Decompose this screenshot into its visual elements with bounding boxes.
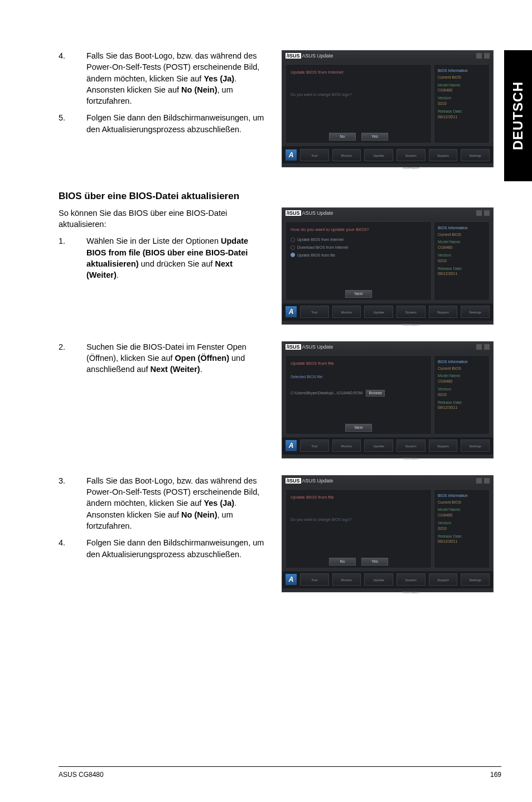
minimize-icon[interactable]: [476, 344, 482, 350]
text: und drücken Sie auf: [139, 259, 215, 268]
close-icon[interactable]: [484, 344, 490, 350]
footer-update[interactable]: Update: [364, 439, 393, 452]
footer-sysinfo[interactable]: System Information: [396, 306, 425, 318]
model-value: CG8480: [438, 513, 486, 518]
step-body: Wählen Sie in der Liste der Optionen Upd…: [86, 235, 265, 281]
model-value: CG8480: [438, 245, 486, 250]
window-controls: [476, 344, 490, 350]
date-label: Release Date:: [438, 266, 486, 272]
footer-support[interactable]: Support: [429, 439, 458, 452]
footer-update[interactable]: Update: [364, 149, 393, 161]
step-body: Falls Sie das Boot-Logo, bzw. das währen…: [86, 50, 265, 107]
footer-sysinfo[interactable]: System Information: [396, 149, 425, 161]
step-num: 5.: [59, 112, 70, 135]
window-title: /ISUS ASUS Update: [286, 344, 333, 351]
version-value: 0210: [438, 392, 486, 398]
bold: Yes (Ja): [204, 499, 234, 508]
pane-header: How do you want to update your BIOS?: [291, 226, 427, 233]
bold: No (Nein): [181, 510, 217, 519]
footer-settings[interactable]: Settings: [461, 439, 490, 452]
main-pane: Update BIOS from Internet Do you want to…: [286, 64, 432, 143]
minimize-icon[interactable]: [476, 210, 482, 216]
yes-button[interactable]: Yes: [361, 133, 388, 141]
close-icon[interactable]: [484, 210, 490, 216]
footer-tool[interactable]: Tool: [300, 149, 329, 161]
footer-sysinfo[interactable]: System Information: [396, 573, 425, 586]
version-value: 0210: [438, 101, 486, 107]
block-a-text: 4. Falls Sie das Boot-Logo, bzw. das wäh…: [59, 50, 265, 141]
next-button[interactable]: Next: [345, 424, 372, 432]
info-current: Current BIOS: [438, 366, 486, 371]
no-button[interactable]: No: [329, 133, 356, 141]
date-value: 08/12/2011: [438, 539, 486, 544]
footer-monitor[interactable]: Monitor: [332, 306, 361, 318]
version-label: Version:: [438, 95, 486, 101]
no-button[interactable]: No: [329, 558, 356, 566]
footer-bar: A Tool Monitor Update System Information…: [282, 303, 493, 321]
date-label: Release Date:: [438, 400, 486, 405]
footer-bar: A Tool Monitor Update System Information…: [282, 437, 493, 455]
step-3: 3. Falls Sie das Boot-Logo, bzw. das wäh…: [59, 475, 265, 532]
info-header: BIOS Information: [438, 225, 486, 231]
footer-update[interactable]: Update: [364, 306, 393, 318]
bold: Yes (Ja): [204, 74, 234, 83]
version-label: Version:: [438, 520, 486, 526]
pane-body: Do you want to change BIOS logo?: [291, 92, 427, 98]
step-2: 2. Suchen Sie die BIOS-Datei im Fenster …: [59, 341, 265, 375]
footer-monitor[interactable]: Monitor: [332, 573, 361, 586]
next-button[interactable]: Next: [345, 290, 372, 298]
footer-support[interactable]: Support: [429, 149, 458, 161]
footer-bar: A Tool Monitor Update System Information…: [282, 146, 493, 163]
footer-tool[interactable]: Tool: [300, 439, 329, 452]
close-icon[interactable]: [484, 478, 490, 484]
block-a-image: /ISUS ASUS Update Update BIOS from Inter…: [282, 50, 501, 167]
info-current: Current BIOS: [438, 500, 486, 505]
minimize-icon[interactable]: [476, 53, 482, 59]
opt-file[interactable]: Update BIOS from file: [291, 253, 427, 258]
browse-button[interactable]: Browse: [366, 390, 385, 397]
model-value: CG8480: [438, 379, 486, 384]
version-label: Version:: [438, 253, 486, 258]
block-d-image: /ISUS ASUS Update Update BIOS from file …: [282, 475, 501, 592]
footer-sysinfo[interactable]: System Information: [396, 439, 425, 452]
footer-monitor[interactable]: Monitor: [332, 149, 361, 161]
step-num: 2.: [59, 341, 70, 375]
opt-internet[interactable]: Update BIOS from Internet: [291, 237, 427, 243]
footer-support[interactable]: Support: [429, 573, 458, 586]
footer-tool[interactable]: Tool: [300, 306, 329, 318]
nav-buttons: No Yes: [329, 558, 388, 566]
info-header: BIOS Information: [438, 493, 486, 499]
block-b-text: So können Sie das BIOS über eine BIOS-Da…: [59, 207, 265, 287]
minimize-icon[interactable]: [476, 478, 482, 484]
window-controls: [476, 210, 490, 216]
info-current: Current BIOS: [438, 232, 486, 238]
date-value: 08/12/2011: [438, 271, 486, 277]
footer-update[interactable]: Update: [364, 573, 393, 586]
pane-header: Update BIOS from file: [291, 494, 427, 500]
date-label: Release Date:: [438, 534, 486, 539]
close-icon[interactable]: [484, 53, 490, 59]
footer-left: ASUS CG8480: [59, 770, 104, 780]
window-titlebar: /ISUS ASUS Update: [282, 476, 493, 486]
screenshot-4: /ISUS ASUS Update Update BIOS from file …: [282, 475, 494, 592]
page-content: 4. Falls Sie das Boot-Logo, bzw. das wäh…: [0, 0, 532, 802]
version-value: 0210: [438, 258, 486, 264]
info-pane: BIOS Information Current BIOS Model Name…: [434, 64, 490, 143]
footer-settings[interactable]: Settings: [461, 149, 490, 161]
version-value: 0210: [438, 526, 486, 532]
block-c-image: /ISUS ASUS Update Update BIOS from file …: [282, 341, 501, 458]
model-label: Model Name:: [438, 83, 486, 88]
opt-download[interactable]: Download BIOS from Internet: [291, 245, 427, 250]
footer-monitor[interactable]: Monitor: [332, 439, 361, 452]
footer-support[interactable]: Support: [429, 306, 458, 318]
block-b: So können Sie das BIOS über eine BIOS-Da…: [59, 207, 501, 325]
block-b-image: /ISUS ASUS Update How do you want to upd…: [282, 207, 501, 325]
info-pane: BIOS Information Current BIOS Model Name…: [434, 489, 490, 568]
footer-tool[interactable]: Tool: [300, 573, 329, 586]
footer-settings[interactable]: Settings: [461, 573, 490, 586]
window-title: /ISUS ASUS Update: [286, 52, 333, 60]
yes-button[interactable]: Yes: [361, 558, 388, 566]
footer-settings[interactable]: Settings: [461, 306, 490, 318]
screenshot-3: /ISUS ASUS Update Update BIOS from file …: [282, 341, 494, 458]
block-c: 2. Suchen Sie die BIOS-Datei im Fenster …: [59, 341, 501, 458]
